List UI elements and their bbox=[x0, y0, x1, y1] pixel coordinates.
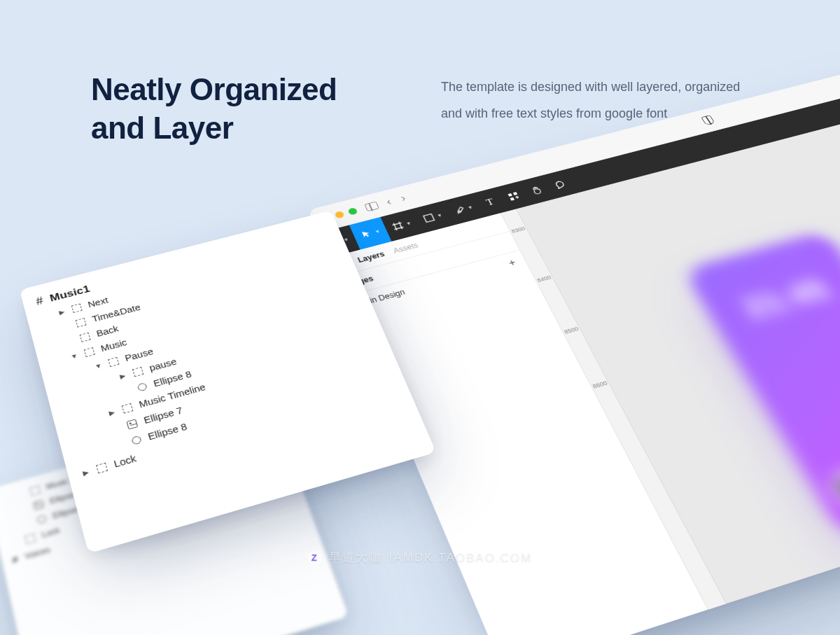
chevron-down-icon: ▾ bbox=[406, 221, 412, 227]
chevron-down-icon[interactable]: ▼ bbox=[94, 361, 103, 370]
mockup-time: 21:45 bbox=[703, 263, 840, 335]
frame-icon bbox=[84, 347, 95, 357]
mockup-pill bbox=[827, 452, 840, 507]
svg-rect-4 bbox=[512, 192, 517, 195]
svg-rect-1 bbox=[424, 214, 435, 222]
hero-title-line1: Neatly Organized bbox=[91, 72, 337, 106]
comment-icon bbox=[552, 179, 566, 190]
cursor-icon bbox=[359, 228, 374, 239]
add-page-button[interactable]: + bbox=[507, 257, 518, 268]
layer-label: Lock bbox=[113, 453, 137, 469]
chevron-down-icon: ▾ bbox=[437, 212, 442, 218]
pen-icon bbox=[452, 204, 467, 216]
nav-arrows: ‹ › bbox=[384, 193, 407, 208]
frame-icon bbox=[29, 485, 40, 496]
maximize-icon[interactable] bbox=[347, 207, 358, 216]
back-button[interactable]: ‹ bbox=[384, 196, 393, 208]
svg-point-2 bbox=[458, 211, 460, 212]
resources-icon bbox=[506, 190, 521, 202]
sidebar-toggle-icon[interactable] bbox=[364, 201, 379, 211]
ellipse-icon bbox=[137, 382, 148, 392]
tab-layers[interactable]: Layers bbox=[356, 250, 386, 265]
chevron-right-icon[interactable]: ▶ bbox=[118, 372, 127, 380]
frame-icon bbox=[24, 533, 36, 544]
frame-icon bbox=[132, 366, 144, 376]
watermark-text: 早道大咖 bbox=[329, 550, 382, 566]
canvas-mockups: 21:45 21:45 bbox=[682, 182, 840, 540]
frame-icon bbox=[391, 221, 405, 232]
frame-icon bbox=[76, 318, 87, 328]
ellipse-icon bbox=[131, 435, 142, 445]
chevron-down-icon: ▾ bbox=[468, 204, 473, 211]
frame-icon: # bbox=[34, 295, 44, 308]
layer-label: Voices bbox=[24, 545, 51, 561]
hero-title: Neatly Organized and Layer bbox=[91, 70, 337, 147]
chevron-right-icon[interactable]: ▶ bbox=[107, 408, 116, 417]
image-icon bbox=[33, 499, 44, 510]
frame-icon bbox=[71, 303, 83, 313]
phone-mockup: 21:45 bbox=[682, 230, 840, 540]
ruler-mark: 8300 bbox=[510, 225, 526, 235]
frame-icon bbox=[80, 332, 91, 342]
ruler-mark: 8400 bbox=[536, 274, 552, 284]
minimize-icon[interactable] bbox=[334, 210, 344, 218]
frame-icon bbox=[96, 462, 108, 473]
svg-rect-5 bbox=[510, 197, 514, 201]
chevron-right-icon[interactable]: ▶ bbox=[81, 468, 90, 477]
frame-icon bbox=[108, 356, 119, 366]
frame-icon bbox=[122, 403, 134, 413]
chevron-right-icon[interactable]: ▶ bbox=[57, 308, 66, 316]
rectangle-icon bbox=[421, 213, 436, 224]
forward-button[interactable]: › bbox=[399, 193, 408, 204]
svg-rect-3 bbox=[507, 193, 512, 197]
frame-icon: # bbox=[11, 554, 19, 566]
privacy-shield-icon[interactable] bbox=[701, 115, 715, 125]
hero-title-line2: and Layer bbox=[91, 111, 233, 145]
ruler-mark: 8600 bbox=[592, 379, 609, 390]
text-icon: T bbox=[483, 197, 498, 208]
watermark-badge: Z bbox=[308, 551, 322, 565]
chevron-down-icon[interactable]: ▼ bbox=[70, 352, 79, 361]
chevron-down-icon: ▾ bbox=[374, 228, 380, 235]
tab-assets[interactable]: Assets bbox=[392, 241, 419, 255]
ellipse-icon bbox=[36, 515, 47, 524]
image-icon bbox=[126, 419, 138, 429]
layer-label: Lock bbox=[41, 526, 60, 540]
ruler-mark: 8500 bbox=[563, 326, 580, 335]
watermark: Z 早道大咖 IAMDK.TAOBAO.COM bbox=[308, 550, 533, 566]
watermark-text: IAMDK.TAOBAO.COM bbox=[389, 551, 533, 565]
hand-icon bbox=[529, 185, 544, 195]
